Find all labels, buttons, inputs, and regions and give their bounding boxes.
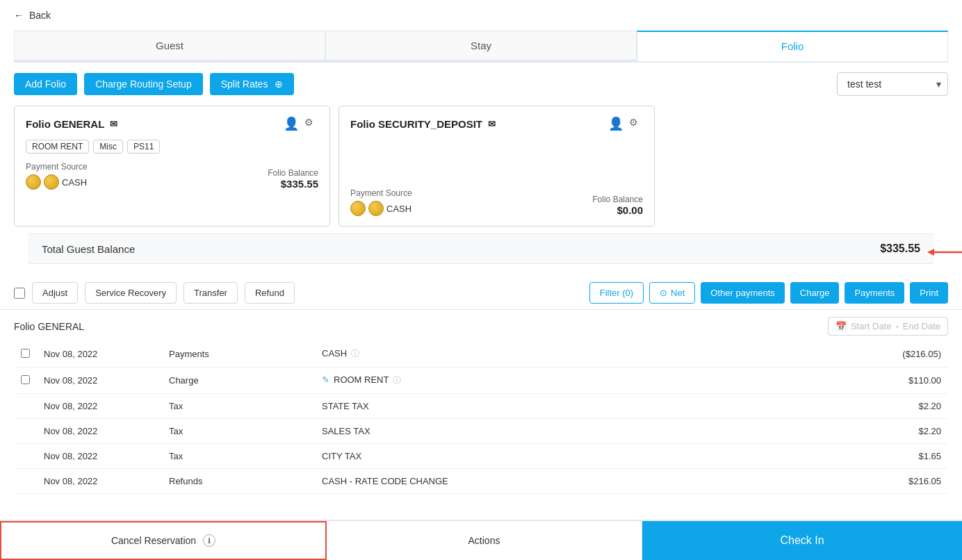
gear-icon-2[interactable]: ⚙	[629, 117, 643, 131]
date-range-picker[interactable]: 📅 Start Date - End Date	[828, 317, 948, 336]
toolbar: Add Folio Charge Routing Setup Split Rat…	[0, 63, 962, 106]
transaction-date: Nov 08, 2022	[37, 419, 162, 444]
transaction-date: Nov 08, 2022	[37, 368, 162, 394]
refund-button[interactable]: Refund	[245, 282, 295, 304]
transaction-type: Tax	[162, 444, 315, 469]
cash-coin-2	[44, 174, 59, 190]
print-button[interactable]: Print	[910, 282, 948, 304]
transaction-amount: ($216.05)	[776, 341, 948, 368]
cash-coin-3	[350, 201, 366, 216]
folio-balance-value: $335.55	[268, 178, 318, 190]
cancel-reservation-button[interactable]: Cancel Reservation ℹ	[0, 521, 327, 560]
transaction-category: CASHⓘ	[315, 341, 776, 368]
user-icon-2[interactable]: 👤	[608, 116, 623, 131]
folio-balance-label-2: Folio Balance	[592, 195, 643, 204]
transaction-amount: $2.20	[776, 419, 948, 444]
table-row: Nov 08, 2022PaymentsCASHⓘ($216.05)	[14, 341, 948, 368]
transaction-type: Tax	[162, 419, 315, 444]
cash-icons-2: CASH	[350, 201, 412, 216]
end-date-placeholder: End Date	[903, 321, 940, 331]
transaction-category: ✎ROOM RENTⓘ	[315, 368, 776, 394]
transaction-date: Nov 08, 2022	[37, 469, 162, 494]
actions-button[interactable]: Actions	[327, 521, 642, 560]
svg-marker-1	[927, 249, 934, 256]
folio-dropdown-wrapper: test test ▾	[837, 72, 948, 96]
table-row: Nov 08, 2022TaxCITY TAX$1.65	[14, 444, 948, 469]
other-payments-button[interactable]: Other payments	[701, 282, 785, 304]
total-balance-row: Total Guest Balance $335.55	[28, 233, 934, 264]
net-button[interactable]: ⊙ Net	[649, 282, 695, 304]
info-icon: ℹ	[203, 534, 215, 547]
info-circle-icon[interactable]: ⓘ	[351, 349, 359, 359]
row-checkbox[interactable]	[21, 375, 30, 384]
folio-dropdown[interactable]: test test	[837, 72, 948, 96]
folio-general-tags: ROOM RENT Misc PS11	[26, 140, 318, 154]
back-arrow-icon: ←	[14, 10, 24, 21]
transaction-date: Nov 08, 2022	[37, 444, 162, 469]
tag-room-rent[interactable]: ROOM RENT	[26, 140, 89, 154]
folio-balance-label: Folio Balance	[268, 168, 318, 178]
total-balance-value: $335.55	[880, 242, 920, 255]
charge-routing-button[interactable]: Charge Routing Setup	[84, 73, 203, 95]
cash-icons: CASH	[26, 174, 88, 190]
split-rates-button[interactable]: Split Rates ⊕	[210, 73, 295, 95]
transaction-category: CITY TAX	[315, 444, 776, 469]
adjust-button[interactable]: Adjust	[32, 282, 78, 304]
transaction-type: Charge	[162, 368, 315, 394]
calendar-icon: 📅	[835, 321, 847, 331]
transaction-amount: $2.20	[776, 394, 948, 419]
table-row: Nov 08, 2022RefundsCASH - RATE CODE CHAN…	[14, 469, 948, 494]
service-recovery-button[interactable]: Service Recovery	[85, 282, 177, 304]
table-row: Nov 08, 2022Charge✎ROOM RENTⓘ$110.00	[14, 368, 948, 394]
transaction-type: Tax	[162, 394, 315, 419]
charge-button[interactable]: Charge	[790, 282, 840, 304]
tag-ps11[interactable]: PS11	[127, 140, 160, 154]
transaction-amount: $1.65	[776, 444, 948, 469]
cash-label: CASH	[62, 177, 87, 188]
transaction-table: Nov 08, 2022PaymentsCASHⓘ($216.05)Nov 08…	[14, 341, 948, 494]
user-icon[interactable]: 👤	[284, 116, 299, 131]
folio-general-card: Folio GENERAL ✉ 👤 ⚙ ROOM RENT Misc PS11 …	[14, 106, 330, 227]
transaction-amount: $216.05	[776, 469, 948, 494]
mail-icon-2[interactable]: ✉	[488, 119, 496, 129]
check-in-button[interactable]: Check In	[642, 521, 962, 560]
total-balance-label: Total Guest Balance	[42, 243, 135, 255]
filter-button[interactable]: Filter (0)	[589, 282, 644, 304]
transaction-category: STATE TAX	[315, 394, 776, 419]
action-bar: Adjust Service Recovery Transfer Refund …	[0, 277, 962, 310]
table-row: Nov 08, 2022TaxSALES TAX$2.20	[14, 419, 948, 444]
tab-bar: Guest Stay Folio	[14, 31, 948, 63]
folio-cards: Folio GENERAL ✉ 👤 ⚙ ROOM RENT Misc PS11 …	[0, 106, 962, 233]
transfer-button[interactable]: Transfer	[184, 282, 238, 304]
folio-security-title: Folio SECURITY_DEPOSIT ✉	[350, 118, 496, 130]
row-checkbox[interactable]	[21, 349, 30, 358]
payments-button[interactable]: Payments	[845, 282, 904, 304]
back-nav[interactable]: ← Back	[0, 0, 962, 31]
cash-label-2: CASH	[386, 204, 411, 214]
tag-misc[interactable]: Misc	[93, 140, 123, 154]
back-label: Back	[29, 10, 51, 21]
net-icon: ⊙	[660, 288, 667, 298]
folio-balance-value-2: $0.00	[592, 204, 643, 216]
folio-security-card: Folio SECURITY_DEPOSIT ✉ 👤 ⚙ Payment Sou…	[339, 106, 655, 227]
payment-source-label: Payment Source	[26, 162, 88, 172]
bottom-bar: Cancel Reservation ℹ Actions Check In	[0, 520, 962, 560]
add-folio-button[interactable]: Add Folio	[14, 73, 77, 95]
cash-coin-4	[368, 201, 384, 216]
select-all-checkbox[interactable]	[14, 288, 25, 299]
transaction-amount: $110.00	[776, 368, 948, 394]
mail-icon[interactable]: ✉	[110, 119, 117, 129]
transaction-date: Nov 08, 2022	[37, 394, 162, 419]
transaction-category: CASH - RATE CODE CHANGE	[315, 469, 776, 494]
edit-icon[interactable]: ✎	[322, 374, 329, 385]
info-circle-icon[interactable]: ⓘ	[393, 375, 401, 385]
transaction-category: SALES TAX	[315, 419, 776, 444]
payment-source-label-2: Payment Source	[350, 188, 412, 198]
tab-guest[interactable]: Guest	[14, 31, 325, 61]
transaction-type: Refunds	[162, 469, 315, 494]
transaction-type: Payments	[162, 341, 315, 368]
gear-icon[interactable]: ⚙	[304, 117, 318, 131]
tab-folio[interactable]: Folio	[637, 31, 948, 61]
start-date-placeholder: Start Date	[851, 321, 892, 331]
tab-stay[interactable]: Stay	[325, 31, 637, 61]
